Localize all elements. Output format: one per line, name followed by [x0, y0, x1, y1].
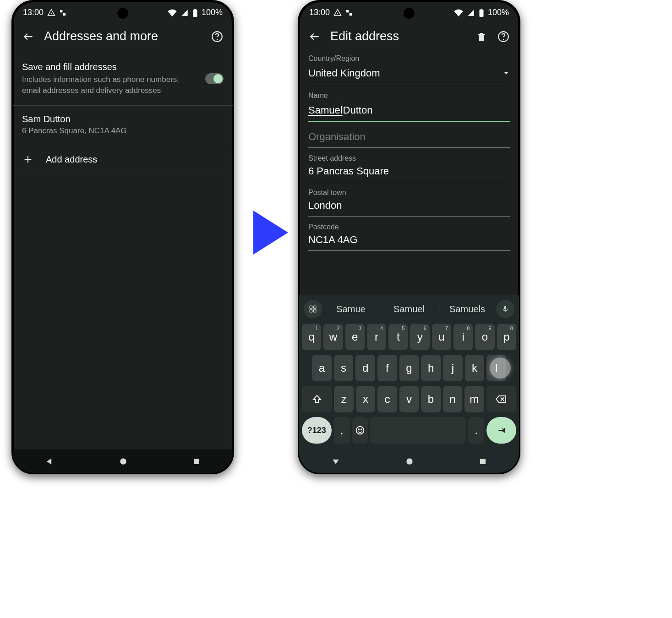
nav-recent-icon[interactable]: [479, 457, 487, 466]
back-icon[interactable]: [22, 30, 35, 43]
page-title: Addresses and more: [44, 29, 158, 43]
keyboard-apps-icon[interactable]: [304, 300, 322, 318]
key-r[interactable]: r4: [367, 324, 386, 350]
key-g[interactable]: g: [399, 355, 419, 381]
key-m[interactable]: m: [464, 386, 484, 412]
key-o[interactable]: o9: [475, 324, 494, 350]
street-field[interactable]: Street address 6 Pancras Square: [308, 154, 510, 182]
key-s[interactable]: s: [334, 355, 354, 381]
shift-key[interactable]: [302, 386, 332, 412]
postcode-label: Postcode: [308, 223, 510, 231]
key-e[interactable]: e3: [345, 324, 365, 350]
nav-home-icon[interactable]: [119, 457, 128, 466]
town-field[interactable]: Postal town London: [308, 189, 510, 217]
svg-rect-9: [481, 9, 482, 10]
system-nav-bar: [299, 450, 519, 473]
delete-icon[interactable]: [475, 30, 488, 43]
notification-icon-1: [333, 9, 342, 17]
numeric-key[interactable]: ?123: [302, 417, 332, 444]
key-n[interactable]: n: [443, 386, 462, 412]
key-y[interactable]: y6: [410, 324, 429, 350]
enter-key[interactable]: [486, 417, 516, 444]
backspace-key[interactable]: [486, 386, 516, 412]
key-t[interactable]: t5: [388, 324, 408, 350]
organisation-input[interactable]: [308, 128, 510, 148]
town-input[interactable]: London: [308, 197, 510, 217]
name-field[interactable]: Name Samuel Dutton: [308, 92, 510, 122]
nav-home-icon[interactable]: [405, 457, 414, 466]
key-f[interactable]: f: [377, 355, 397, 381]
save-fill-toggle-row[interactable]: Save and fill addresses Includes informa…: [13, 54, 233, 106]
svg-rect-12: [310, 306, 312, 308]
svg-rect-1: [193, 9, 197, 16]
system-nav-bar: [13, 450, 233, 473]
key-b[interactable]: b: [421, 386, 440, 412]
help-icon[interactable]: [497, 30, 510, 43]
key-l[interactable]: l: [486, 355, 506, 381]
svg-point-17: [356, 427, 364, 434]
keyboard-row-1: q1w2e3r4t5y6u7i8o9p0: [302, 324, 516, 350]
toggle-switch[interactable]: [205, 73, 224, 84]
suggestion-bar: Samue Samuel Samuels: [302, 298, 516, 319]
svg-rect-2: [194, 9, 196, 10]
street-input[interactable]: 6 Pancras Square: [308, 163, 510, 182]
toggle-title: Save and fill addresses: [22, 62, 198, 72]
nav-back-icon[interactable]: [45, 457, 54, 466]
wifi-icon: [454, 9, 463, 16]
add-address-row[interactable]: Add address: [13, 144, 233, 175]
phone-edit-address: 13:00 100% Edit address: [298, 0, 520, 474]
organisation-field[interactable]: [308, 128, 510, 148]
key-z[interactable]: z: [334, 386, 353, 412]
key-h[interactable]: h: [421, 355, 441, 381]
app-bar: Edit address: [299, 21, 519, 54]
chevron-down-icon: [503, 70, 510, 77]
postcode-input[interactable]: NC1A 4AG: [308, 231, 510, 251]
suggestion-2[interactable]: Samuel: [381, 300, 437, 318]
help-icon[interactable]: [211, 30, 224, 43]
postcode-field[interactable]: Postcode NC1A 4AG: [308, 223, 510, 251]
comma-key[interactable]: ,: [334, 417, 350, 444]
mic-icon[interactable]: [496, 300, 514, 318]
keyboard-row-3: zxcvbnm: [302, 386, 516, 412]
key-d[interactable]: d: [355, 355, 375, 381]
key-q[interactable]: q1: [302, 324, 321, 350]
key-c[interactable]: c: [377, 386, 397, 412]
add-address-label: Add address: [46, 154, 97, 165]
back-icon[interactable]: [308, 30, 321, 43]
soft-keyboard: Samue Samuel Samuels q1w2e3r4t5y6u7i8o9p…: [299, 295, 519, 450]
transition-arrow-icon: [253, 211, 288, 255]
space-key[interactable]: [370, 417, 466, 444]
key-i[interactable]: i8: [453, 324, 473, 350]
signal-icon: [180, 9, 189, 16]
key-j[interactable]: j: [443, 355, 463, 381]
key-w[interactable]: w2: [323, 324, 343, 350]
svg-point-11: [503, 38, 504, 40]
app-bar: Addresses and more: [13, 21, 233, 54]
suggestion-1[interactable]: Samue: [323, 300, 379, 318]
notification-icon-2: [345, 9, 353, 16]
edit-address-form: Country/Region United Kingdom Name Samue…: [299, 54, 519, 295]
key-x[interactable]: x: [356, 386, 375, 412]
nav-recent-icon[interactable]: [192, 457, 201, 466]
saved-address-item[interactable]: Sam Dutton 6 Pancras Square, NC1A 4AG: [13, 106, 233, 144]
name-input[interactable]: Samuel Dutton: [308, 100, 510, 122]
key-u[interactable]: u7: [432, 324, 451, 350]
emoji-key[interactable]: [352, 417, 368, 444]
key-v[interactable]: v: [399, 386, 419, 412]
key-k[interactable]: k: [465, 355, 485, 381]
key-p[interactable]: p0: [497, 324, 516, 350]
nav-keyboard-down-icon[interactable]: [331, 457, 340, 466]
signal-icon: [467, 9, 475, 16]
clock: 13:00: [309, 8, 330, 17]
suggestion-3[interactable]: Samuels: [439, 300, 495, 318]
name-label: Name: [308, 92, 510, 100]
svg-point-19: [361, 429, 362, 430]
country-field[interactable]: Country/Region United Kingdom: [308, 54, 510, 85]
key-a[interactable]: a: [312, 355, 332, 381]
front-camera-dot: [117, 8, 128, 19]
period-key[interactable]: .: [468, 417, 484, 444]
clock: 13:00: [23, 8, 44, 17]
svg-point-0: [51, 13, 52, 14]
svg-point-18: [358, 429, 359, 430]
address-name: Sam Dutton: [22, 114, 224, 125]
